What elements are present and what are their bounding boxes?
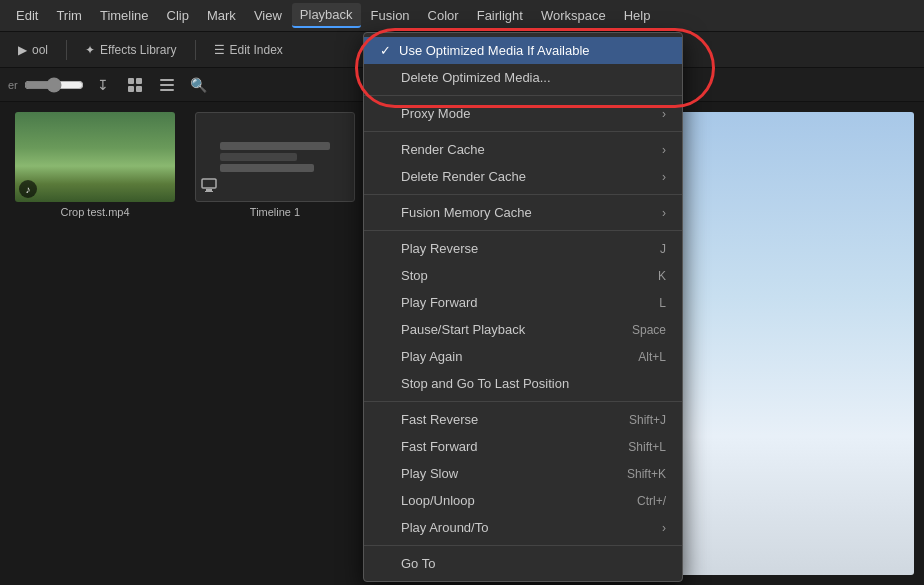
toolbar-separator-1 xyxy=(66,40,67,60)
item-label-delete-render-cache: Delete Render Cache xyxy=(380,169,526,184)
shortcut-fast-forward: Shift+L xyxy=(628,440,666,454)
separator-5 xyxy=(364,401,682,402)
dropdown-item-fast-reverse[interactable]: Fast Reverse Shift+J xyxy=(364,406,682,433)
arrow-proxy: › xyxy=(662,107,666,121)
arrow-delete-render-cache: › xyxy=(662,170,666,184)
dropdown-item-play-forward[interactable]: Play Forward L xyxy=(364,289,682,316)
dropdown-item-delete-optimized[interactable]: Delete Optimized Media... xyxy=(364,64,682,91)
shortcut-pause-start: Space xyxy=(632,323,666,337)
svg-rect-9 xyxy=(205,191,213,192)
svg-rect-6 xyxy=(160,89,174,91)
arrow-fusion-memory: › xyxy=(662,206,666,220)
svg-rect-3 xyxy=(136,86,142,92)
dropdown-item-loop-unloop[interactable]: Loop/Unloop Ctrl+/ xyxy=(364,487,682,514)
dropdown-item-play-around[interactable]: Play Around/To › xyxy=(364,514,682,541)
item-label-loop-unloop: Loop/Unloop xyxy=(380,493,475,508)
dropdown-item-play-again[interactable]: Play Again Alt+L xyxy=(364,343,682,370)
menu-view[interactable]: View xyxy=(246,4,290,27)
item-label-pause-start: Pause/Start Playback xyxy=(380,322,525,337)
dropdown-item-play-slow[interactable]: Play Slow Shift+K xyxy=(364,460,682,487)
svg-rect-0 xyxy=(128,78,134,84)
toolbar-separator-2 xyxy=(195,40,196,60)
item-label-play-slow: Play Slow xyxy=(380,466,458,481)
list-icon: ☰ xyxy=(214,43,225,57)
dropdown-item-proxy-mode[interactable]: Proxy Mode › xyxy=(364,100,682,127)
dropdown-item-render-cache[interactable]: Render Cache › xyxy=(364,136,682,163)
list-view-button[interactable] xyxy=(154,72,180,98)
media-tile-1[interactable]: ♪ Crop test.mp4 xyxy=(10,112,180,575)
item-label-play-forward: Play Forward xyxy=(380,295,478,310)
menu-playback[interactable]: Playback xyxy=(292,3,361,28)
media-tile-2[interactable]: Timeline 1 xyxy=(190,112,360,575)
media-label-2: Timeline 1 xyxy=(250,206,300,218)
check-icon-1: ✓ xyxy=(380,43,391,58)
menu-trim[interactable]: Trim xyxy=(48,4,90,27)
shortcut-play-again: Alt+L xyxy=(638,350,666,364)
dropdown-item-delete-render-cache[interactable]: Delete Render Cache › xyxy=(364,163,682,190)
toolbar-tool[interactable]: ▶ ool xyxy=(8,39,58,61)
item-label-delete-optimized: Delete Optimized Media... xyxy=(380,70,551,85)
dropdown-item-go-to[interactable]: Go To xyxy=(364,550,682,577)
dropdown-item-fusion-memory[interactable]: Fusion Memory Cache › xyxy=(364,199,682,226)
menu-mark[interactable]: Mark xyxy=(199,4,244,27)
shortcut-play-forward: L xyxy=(659,296,666,310)
item-label-fast-forward: Fast Forward xyxy=(380,439,478,454)
separator-1 xyxy=(364,95,682,96)
er-label: er xyxy=(8,79,18,91)
arrow-render-cache: › xyxy=(662,143,666,157)
search-button[interactable]: 🔍 xyxy=(186,72,212,98)
dropdown-item-fast-forward[interactable]: Fast Forward Shift+L xyxy=(364,433,682,460)
separator-2 xyxy=(364,131,682,132)
item-label-render-cache: Render Cache xyxy=(380,142,485,157)
edit-index-label: Edit Index xyxy=(230,43,283,57)
zoom-slider[interactable] xyxy=(24,77,84,93)
media-thumb-1: ♪ xyxy=(15,112,175,202)
menu-fusion[interactable]: Fusion xyxy=(363,4,418,27)
menu-help[interactable]: Help xyxy=(616,4,659,27)
menubar: Edit Trim Timeline Clip Mark View Playba… xyxy=(0,0,924,32)
item-label-fast-reverse: Fast Reverse xyxy=(380,412,478,427)
dropdown-item-pause-start[interactable]: Pause/Start Playback Space xyxy=(364,316,682,343)
shortcut-play-reverse: J xyxy=(660,242,666,256)
dropdown-item-play-reverse[interactable]: Play Reverse J xyxy=(364,235,682,262)
menu-timeline[interactable]: Timeline xyxy=(92,4,157,27)
shortcut-fast-reverse: Shift+J xyxy=(629,413,666,427)
timeline-inner xyxy=(196,113,354,201)
sort-down-button[interactable]: ↧ xyxy=(90,72,116,98)
menu-clip[interactable]: Clip xyxy=(159,4,197,27)
separator-4 xyxy=(364,230,682,231)
effects-library-button[interactable]: ✦ Effects Library xyxy=(75,39,186,61)
menu-color[interactable]: Color xyxy=(420,4,467,27)
dropdown-item-stop-go-last[interactable]: Stop and Go To Last Position xyxy=(364,370,682,397)
music-icon-1: ♪ xyxy=(19,180,37,198)
separator-6 xyxy=(364,545,682,546)
separator-3 xyxy=(364,194,682,195)
dropdown-menu: ✓ Use Optimized Media If Available Delet… xyxy=(363,32,683,582)
item-label-go-to: Go To xyxy=(380,556,435,571)
menu-fairlight[interactable]: Fairlight xyxy=(469,4,531,27)
shortcut-stop: K xyxy=(658,269,666,283)
svg-rect-5 xyxy=(160,84,174,86)
svg-rect-4 xyxy=(160,79,174,81)
shortcut-loop-unloop: Ctrl+/ xyxy=(637,494,666,508)
item-label-play-reverse: Play Reverse xyxy=(380,241,478,256)
item-label-stop-go-last: Stop and Go To Last Position xyxy=(380,376,569,391)
item-label-play-again: Play Again xyxy=(380,349,462,364)
dropdown-item-use-optimized[interactable]: ✓ Use Optimized Media If Available xyxy=(364,37,682,64)
item-label-fusion-memory: Fusion Memory Cache xyxy=(380,205,532,220)
svg-rect-2 xyxy=(128,86,134,92)
menu-workspace[interactable]: Workspace xyxy=(533,4,614,27)
tool-icon: ▶ xyxy=(18,43,27,57)
tool-label: ool xyxy=(32,43,48,57)
menu-edit[interactable]: Edit xyxy=(8,4,46,27)
grid-view-button[interactable] xyxy=(122,72,148,98)
item-label-stop: Stop xyxy=(380,268,428,283)
edit-index-button[interactable]: ☰ Edit Index xyxy=(204,39,293,61)
effects-label: Effects Library xyxy=(100,43,176,57)
dropdown-item-stop[interactable]: Stop K xyxy=(364,262,682,289)
item-label-use-optimized: ✓ Use Optimized Media If Available xyxy=(380,43,590,58)
monitor-icon xyxy=(200,176,218,197)
media-label-1: Crop test.mp4 xyxy=(60,206,129,218)
svg-rect-8 xyxy=(206,189,212,191)
item-label-play-around: Play Around/To xyxy=(380,520,488,535)
